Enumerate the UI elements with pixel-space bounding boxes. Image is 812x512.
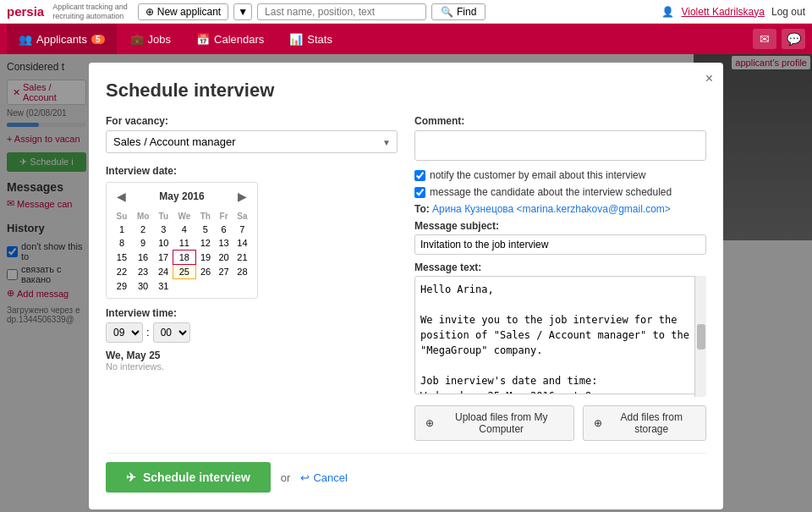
- calendar-day[interactable]: 4: [173, 223, 195, 236]
- calendar-day[interactable]: 12: [195, 236, 215, 250]
- message-subject-label: Message subject:: [414, 220, 706, 232]
- cal-day-su: Su: [112, 210, 132, 223]
- calendar-day[interactable]: 30: [132, 279, 154, 293]
- to-label: To:: [414, 203, 430, 215]
- time-day-display: We, May 25: [106, 350, 398, 361]
- email-icon-btn[interactable]: ✉: [753, 29, 776, 49]
- plus-icon: ⊕: [145, 6, 154, 18]
- calendar-day[interactable]: 9: [132, 236, 154, 250]
- cal-day-sa: Sa: [233, 210, 252, 223]
- calendar-day[interactable]: 10: [154, 236, 173, 250]
- calendar-day[interactable]: 14: [233, 236, 252, 250]
- calendar-day: [173, 279, 195, 293]
- calendar-day[interactable]: 25: [173, 265, 195, 279]
- comment-input[interactable]: [414, 130, 706, 161]
- modal-footer: ✈ Schedule interview or ↩ Cancel: [106, 453, 706, 493]
- calendar-day[interactable]: 16: [132, 250, 154, 265]
- calendar-grid: Su Mo Tu We Th Fr Sa 1234567891: [112, 210, 252, 293]
- calendar-day[interactable]: 24: [154, 265, 173, 279]
- calendar-day[interactable]: 23: [132, 265, 154, 279]
- applicants-badge: 5: [91, 35, 105, 44]
- find-button[interactable]: 🔍 Find: [431, 3, 486, 20]
- nav-jobs[interactable]: 💼 Jobs: [118, 24, 183, 54]
- nav-stats[interactable]: 📊 Stats: [277, 24, 344, 54]
- calendar-day[interactable]: 19: [195, 250, 215, 265]
- message-text-container: [414, 276, 706, 397]
- modal-title: Schedule interview: [106, 80, 706, 102]
- calendar-day[interactable]: 26: [195, 265, 215, 279]
- search-input[interactable]: [257, 3, 426, 20]
- cal-next-button[interactable]: ▶: [233, 188, 252, 205]
- calendar-day[interactable]: 29: [112, 279, 132, 293]
- chat-icon-btn[interactable]: 💬: [782, 29, 805, 49]
- search-icon: 🔍: [441, 6, 453, 18]
- message-candidate-label: message the candidate about the intervie…: [430, 186, 672, 198]
- calendar-day[interactable]: 31: [154, 279, 173, 293]
- nav-applicants[interactable]: 👥 Applicants 5: [7, 24, 117, 54]
- no-interviews-text: No interviews.: [106, 361, 398, 372]
- calendar-day[interactable]: 11: [173, 236, 195, 250]
- calendar-day[interactable]: 22: [112, 265, 132, 279]
- user-icon: 👤: [661, 6, 674, 18]
- calendar-day[interactable]: 17: [154, 250, 173, 265]
- comment-label: Comment:: [414, 115, 706, 127]
- schedule-submit-button[interactable]: ✈ Schedule interview: [106, 462, 271, 493]
- logout-button[interactable]: Log out: [771, 6, 805, 18]
- calendar-day[interactable]: 5: [195, 223, 215, 236]
- notify-customer-checkbox[interactable]: [414, 170, 425, 181]
- upload-files-button[interactable]: ⊕ Upload files from My Computer: [414, 405, 574, 441]
- calendar-day[interactable]: 13: [215, 236, 232, 250]
- calendar-day[interactable]: 6: [215, 223, 232, 236]
- calendar-day[interactable]: 1: [112, 223, 132, 236]
- to-value: Арина Кузнецова <marina.kerzhakova@gmail…: [432, 203, 671, 215]
- time-hour-select[interactable]: 09: [106, 322, 143, 343]
- calendar-day[interactable]: 21: [233, 250, 252, 265]
- nav-calendars[interactable]: 📅 Calendars: [184, 24, 276, 54]
- cal-prev-button[interactable]: ◀: [112, 188, 131, 205]
- calendar-day[interactable]: 8: [112, 236, 132, 250]
- time-selects: 09 : 00: [106, 322, 398, 343]
- user-name-link[interactable]: Violett Kadrilskaya: [681, 6, 765, 18]
- tagline: Applicant tracking and recruiting automa…: [52, 3, 128, 21]
- user-info: 👤 Violett Kadrilskaya Log out: [661, 6, 805, 18]
- calendar-day[interactable]: 18: [173, 250, 195, 265]
- file-buttons: ⊕ Upload files from My Computer ⊕ Add fi…: [414, 405, 706, 441]
- calendar-day[interactable]: 20: [215, 250, 232, 265]
- calendar-day[interactable]: 15: [112, 250, 132, 265]
- message-subject-input[interactable]: [414, 234, 706, 255]
- calendar-day[interactable]: 27: [215, 265, 232, 279]
- cal-day-we: We: [173, 210, 195, 223]
- modal-close-button[interactable]: ×: [705, 71, 713, 86]
- calendar-day[interactable]: 28: [233, 265, 252, 279]
- time-section: Interview time: 09 : 00 We, May 25 No in…: [106, 307, 398, 372]
- add-storage-button[interactable]: ⊕ Add files from storage: [583, 405, 706, 441]
- vacancy-select-wrapper: Sales / Account manager: [106, 130, 398, 153]
- notify-customer-label: notify the customer by email about this …: [430, 169, 645, 181]
- new-applicant-dropdown[interactable]: ▼: [233, 3, 252, 20]
- for-vacancy-label: For vacancy:: [106, 115, 398, 127]
- message-text-area[interactable]: [414, 276, 706, 394]
- modal-left-column: For vacancy: Sales / Account manager Int…: [106, 115, 398, 441]
- time-minute-select[interactable]: 00: [153, 322, 190, 343]
- calendar: ◀ May 2016 ▶ Su Mo Tu We: [106, 182, 258, 299]
- notify-customer-row[interactable]: notify the customer by email about this …: [414, 169, 706, 181]
- plane-submit-icon: ✈: [126, 471, 136, 484]
- calendar-day: [233, 279, 252, 293]
- logo: persia: [7, 4, 44, 19]
- calendar-day[interactable]: 2: [132, 223, 154, 236]
- calendar-day[interactable]: 3: [154, 223, 173, 236]
- new-applicant-button[interactable]: ⊕ New applicant: [138, 3, 228, 20]
- cal-day-mo: Mo: [132, 210, 154, 223]
- calendar-icon: 📅: [196, 33, 210, 46]
- cal-month-year: May 2016: [159, 190, 204, 202]
- vacancy-select[interactable]: Sales / Account manager: [106, 130, 398, 153]
- cancel-link[interactable]: ↩ Cancel: [300, 471, 347, 484]
- calendar-day[interactable]: 7: [233, 223, 252, 236]
- message-candidate-checkbox[interactable]: [414, 187, 425, 198]
- cancel-icon: ↩: [300, 471, 310, 484]
- upload-icon: ⊕: [425, 417, 434, 429]
- top-bar: persia Applicant tracking and recruiting…: [0, 0, 812, 24]
- message-candidate-row[interactable]: message the candidate about the intervie…: [414, 186, 706, 198]
- calendar-header: ◀ May 2016 ▶: [112, 188, 252, 205]
- modal-overlay: × Schedule interview For vacancy: Sales …: [0, 54, 812, 512]
